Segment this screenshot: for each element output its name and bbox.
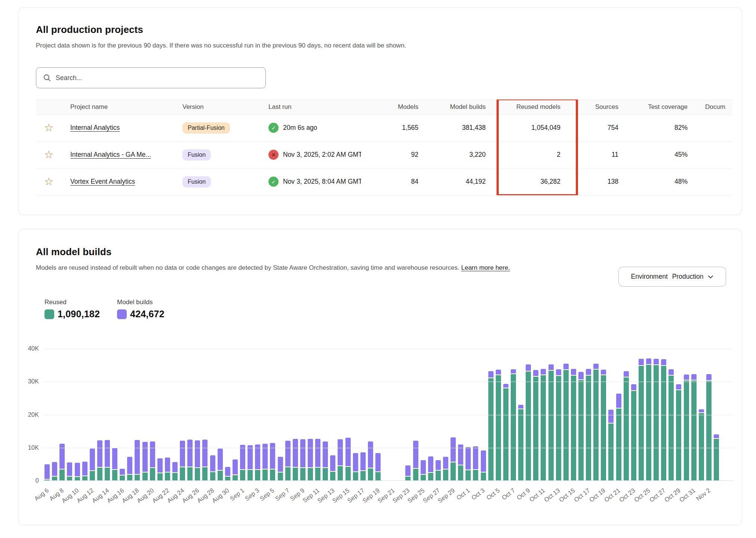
x-axis-label: Aug 22 [151,487,170,504]
bar-sep-2 [248,445,253,481]
projects-card-subtitle: Project data shown is for the previous 9… [36,42,728,49]
bar-sep-10 [308,439,313,481]
segment-model-builds [518,405,523,409]
segment-reused [676,390,681,481]
segment-reused [157,473,163,481]
bar-aug-25 [187,440,193,481]
x-axis-label: Oct 7 [500,487,516,501]
x-axis-label: Oct 25 [633,487,652,504]
segment-reused [654,365,659,481]
x-axis-label: Aug 12 [76,487,95,504]
builds-subtitle-text: Models are reused instead of rebuilt whe… [36,264,460,271]
segment-model-builds [421,460,426,475]
segment-model-builds [593,364,599,370]
segment-model-builds [511,369,516,374]
segment-reused [593,370,599,481]
x-axis-label: Aug 16 [105,487,125,504]
bar-aug-29 [218,449,223,481]
segment-reused [421,475,426,481]
favorite-star-icon[interactable]: ☆ [37,123,53,133]
segment-model-builds [548,364,554,371]
bar-aug-16 [120,469,125,481]
bar-sep-5 [270,443,275,481]
bar-sep-1 [240,445,245,481]
bar-oct-22 [624,371,629,481]
segment-model-builds [556,369,561,376]
bar-sep-11 [315,439,320,481]
segment-reused [240,470,245,481]
segment-reused [639,366,644,481]
segment-reused [120,476,125,481]
segment-reused [308,468,313,481]
project-search[interactable] [36,67,266,88]
version-badge: Partial-Fusion [182,122,230,134]
segment-reused [571,376,576,481]
segment-reused [202,467,208,481]
segment-model-builds [624,371,629,377]
segment-model-builds [248,445,253,470]
segment-model-builds [368,441,373,468]
segment-model-builds [278,457,283,472]
x-axis-label: Oct 3 [470,487,486,501]
segment-reused [458,465,463,481]
bar-sep-30 [458,444,463,481]
segment-model-builds [578,372,584,380]
model-builds-value: 44,192 [419,178,486,186]
bar-oct-30 [684,375,689,481]
segment-reused [646,365,651,481]
learn-more-link[interactable]: Learn more here. [461,264,510,271]
segment-reused [293,468,298,481]
segment-model-builds [661,359,666,366]
search-input[interactable] [56,74,259,82]
segment-reused [187,467,193,481]
segment-reused [556,376,561,481]
bar-sep-25 [421,460,426,481]
legend-builds-value: 424,672 [130,309,165,320]
project-name-link[interactable]: Vortex Event Analytics [70,178,135,185]
segment-model-builds [44,464,50,480]
bar-aug-7 [52,462,57,481]
column-header-models: Models [361,103,419,111]
segment-model-builds [150,441,155,468]
favorite-star-icon[interactable]: ☆ [37,177,53,187]
segment-reused [90,471,95,481]
segment-reused [578,380,584,481]
environment-dropdown[interactable]: Environment Production [618,267,726,287]
x-axis-label: Sep 27 [421,487,441,504]
x-axis-label: Sep 17 [346,487,366,504]
segment-reused [353,472,358,481]
bar-sep-17 [360,452,366,481]
bar-oct-6 [503,384,508,481]
segment-model-builds [345,438,351,467]
x-axis-label: Oct 1 [455,487,471,501]
segment-model-builds [255,444,260,470]
segment-reused [278,473,283,481]
segment-reused [300,468,305,481]
project-name-link[interactable]: Internal Analytics [70,124,120,131]
segment-reused [496,375,501,481]
reused-models-value: 2 [486,151,561,159]
project-name-link[interactable]: Internal Analytics - GA Me... [70,151,151,158]
segment-reused [97,468,102,481]
bar-sep-27 [436,460,441,481]
bar-sep-8 [293,439,298,481]
segment-model-builds [714,434,719,438]
segment-reused [481,473,486,481]
x-axis-label: Aug 18 [120,487,140,504]
x-axis-label: Aug 26 [181,487,200,504]
segment-reused [338,466,343,481]
bar-oct-1 [465,447,471,481]
version-badge: Fusion [182,149,211,161]
segment-model-builds [503,384,508,388]
bar-aug-23 [172,462,178,481]
segment-model-builds [654,359,659,365]
legend-builds: Model builds 424,672 [117,299,165,320]
x-axis-label: Sep 3 [243,487,261,502]
chart-legend: Reused 1,090,182 Model builds 424,672 [44,299,728,320]
segment-model-builds [240,445,245,470]
segment-model-builds [97,440,102,467]
x-axis-label: Sep 19 [361,487,381,504]
favorite-star-icon[interactable]: ☆ [37,150,53,160]
version-badge: Fusion [182,176,211,187]
y-axis-label: 10K [19,444,39,451]
